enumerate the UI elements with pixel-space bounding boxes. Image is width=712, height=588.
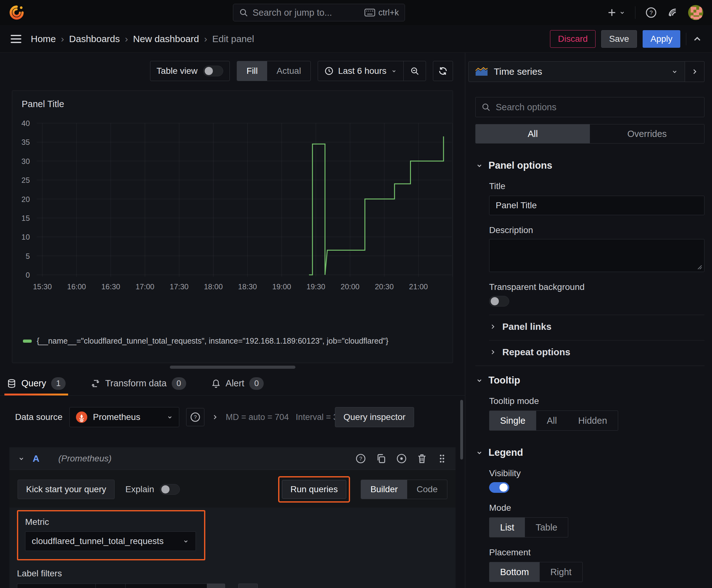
zoom-out-button[interactable] [404, 61, 426, 81]
breadcrumb-dashboards[interactable]: Dashboards [69, 34, 120, 44]
tab-query[interactable]: Query 1 [4, 371, 68, 396]
global-search-input[interactable]: Search or jump to... ctrl+k [233, 4, 405, 21]
remove-filter-button[interactable] [207, 584, 225, 588]
tab-overrides[interactable]: Overrides [590, 124, 704, 143]
chart-legend[interactable]: {__name__="cloudflared_tunnel_total_requ… [23, 336, 388, 345]
menu-toggle-button[interactable] [9, 34, 23, 44]
tab-transform-data[interactable]: Transform data 0 [88, 371, 189, 396]
save-button[interactable]: Save [601, 30, 637, 48]
svg-text:?: ? [649, 9, 653, 16]
help-button[interactable]: ? [645, 6, 657, 19]
panel-links-row[interactable]: Panel links [489, 321, 705, 332]
viz-suggestions-button[interactable] [685, 61, 705, 82]
legend-header[interactable]: Legend [475, 447, 705, 458]
tooltip-header[interactable]: Tooltip [475, 375, 705, 386]
news-button[interactable] [667, 6, 679, 19]
legend-visibility-toggle[interactable] [489, 482, 509, 493]
resize-handle-icon[interactable] [697, 264, 702, 270]
panel-resize-handle[interactable] [170, 365, 296, 369]
chevron-down-icon [619, 9, 626, 16]
tab-all[interactable]: All [476, 124, 590, 143]
duplicate-icon[interactable] [376, 453, 386, 464]
breadcrumb-home[interactable]: Home [31, 34, 56, 44]
operator-dropdown[interactable]: = [95, 584, 125, 588]
tooltip-single-option[interactable]: Single [490, 411, 536, 430]
tooltip-all-option[interactable]: All [536, 411, 567, 430]
code-option[interactable]: Code [407, 480, 447, 499]
select-value-dropdown[interactable]: Select value [125, 584, 207, 588]
tooltip-hidden-option[interactable]: Hidden [567, 411, 618, 430]
timeseries-chart[interactable]: 051015202530354015:3016:0016:3017:0017:3… [12, 91, 453, 363]
grafana-app: Search or jump to... ctrl+k [0, 0, 712, 588]
tab-alert[interactable]: Alert 0 [209, 371, 266, 396]
query-count-badge: 1 [51, 377, 66, 390]
add-new-button[interactable] [607, 7, 626, 18]
panel-options-header[interactable]: Panel options [475, 160, 705, 171]
data-source-picker[interactable]: Prometheus [69, 407, 179, 427]
eye-icon[interactable] [396, 453, 407, 464]
query-datasource-hint: (Prometheus) [58, 454, 112, 464]
timeseries-viz-icon [475, 67, 488, 76]
query-inspector-button[interactable]: Query inspector [335, 407, 414, 427]
discard-button[interactable]: Discard [550, 30, 596, 48]
fill-option[interactable]: Fill [237, 61, 267, 81]
question-circle-icon[interactable]: ? [355, 453, 366, 464]
transparent-background-toggle[interactable] [489, 296, 509, 307]
add-filter-button[interactable] [238, 584, 258, 588]
tab-alert-label: Alert [226, 378, 244, 388]
query-row-actions: ? [355, 453, 447, 464]
placement-right-option[interactable]: Right [540, 562, 582, 582]
topnav-divider [635, 6, 635, 19]
apply-button[interactable]: Apply [643, 30, 680, 48]
actual-option[interactable]: Actual [267, 61, 310, 81]
refresh-button[interactable] [433, 61, 453, 81]
time-range-picker[interactable]: Last 6 hours [318, 61, 404, 81]
angle-right-icon [489, 323, 497, 331]
options-search-input[interactable]: Search options [475, 97, 705, 117]
builder-option[interactable]: Builder [361, 480, 407, 499]
explain-toggle[interactable] [160, 484, 180, 495]
tooltip-mode-segmented: Single All Hidden [489, 411, 618, 430]
data-source-help-button[interactable]: ? [186, 408, 204, 426]
kick-start-query-button[interactable]: Kick start your query [18, 480, 114, 499]
metric-select[interactable]: cloudflared_tunnel_total_requests [25, 531, 196, 551]
data-source-label: Data source [15, 412, 63, 422]
refresh-icon [438, 66, 448, 76]
actions-divider [686, 33, 686, 45]
query-row-header[interactable]: A (Prometheus) ? [9, 447, 455, 470]
chevron-right-icon: › [204, 34, 207, 44]
legend-list-option[interactable]: List [490, 518, 525, 537]
svg-text:15: 15 [21, 214, 30, 223]
description-textarea[interactable] [489, 239, 705, 272]
section-divider [489, 315, 705, 315]
search-icon [239, 8, 248, 17]
svg-text:19:00: 19:00 [272, 282, 291, 291]
select-label-dropdown[interactable]: Select label [17, 584, 95, 588]
visualization-picker[interactable]: Time series [468, 61, 685, 82]
repeat-options-label: Repeat options [502, 347, 570, 357]
trash-icon[interactable] [416, 453, 427, 464]
run-queries-button[interactable]: Run queries [282, 480, 346, 499]
legend-table-option[interactable]: Table [525, 518, 568, 537]
svg-text:17:00: 17:00 [136, 282, 154, 291]
chevron-down-icon[interactable] [18, 455, 25, 462]
table-view-toggle[interactable] [203, 66, 223, 76]
title-label: Title [489, 181, 705, 191]
panel-title-input[interactable]: Panel Title [489, 196, 705, 215]
drag-handle-icon[interactable] [437, 453, 447, 464]
placement-bottom-option[interactable]: Bottom [490, 562, 540, 582]
grafana-logo-icon[interactable] [9, 5, 24, 20]
svg-text:20:00: 20:00 [341, 282, 360, 291]
edit-actions: Discard Save Apply [550, 30, 703, 48]
panel-edit-column: Table view Fill Actual Last 6 hours [0, 53, 465, 588]
angle-right-icon[interactable] [211, 413, 219, 421]
user-avatar[interactable] [688, 5, 703, 20]
collapse-options-button[interactable] [692, 34, 703, 44]
repeat-options-row[interactable]: Repeat options [489, 347, 705, 357]
left-pane-scrollbar[interactable] [460, 400, 463, 460]
svg-text:35: 35 [21, 138, 30, 146]
prometheus-icon [75, 411, 88, 423]
breadcrumb-new-dashboard[interactable]: New dashboard [133, 34, 199, 44]
max-data-points-stat: MD = auto = 704 [226, 413, 289, 422]
svg-text:40: 40 [21, 119, 30, 128]
